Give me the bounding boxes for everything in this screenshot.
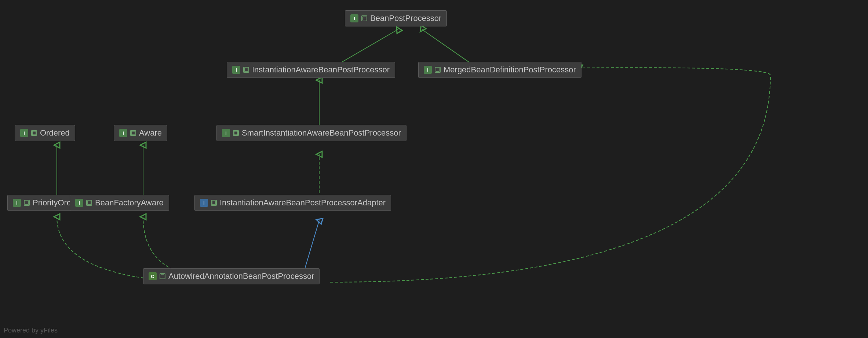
interface-icon: I xyxy=(20,129,28,137)
link-icon xyxy=(24,200,30,206)
node-label: Aware xyxy=(139,128,162,138)
node-bean-factory-aware[interactable]: I BeanFactoryAware xyxy=(70,195,169,211)
node-label: InstantiationAwareBeanPostProcessorAdapt… xyxy=(220,198,386,208)
node-label: BeanPostProcessor xyxy=(370,14,441,23)
node-bean-post-processor[interactable]: I BeanPostProcessor xyxy=(345,10,447,26)
interface-icon: I xyxy=(424,66,432,74)
node-autowired-annotation-bpp[interactable]: C AutowiredAnnotationBeanPostProcessor xyxy=(143,268,320,284)
node-label: InstantiationAwareBeanPostProcessor xyxy=(252,65,390,75)
node-aware[interactable]: I Aware xyxy=(114,125,167,141)
link-icon xyxy=(211,200,217,206)
interface-icon: I xyxy=(350,14,358,22)
interface-icon: I xyxy=(232,66,240,74)
node-label: MergedBeanDefinitionPostProcessor xyxy=(444,65,576,75)
arrows-svg xyxy=(0,0,868,338)
interface-icon: I xyxy=(200,199,208,207)
interface-icon: I xyxy=(119,129,127,137)
node-label: BeanFactoryAware xyxy=(95,198,164,208)
node-merged-bean-def-pp[interactable]: I MergedBeanDefinitionPostProcessor xyxy=(418,62,581,78)
link-icon xyxy=(233,130,239,136)
node-label: SmartInstantiationAwareBeanPostProcessor xyxy=(242,128,401,138)
node-ordered[interactable]: I Ordered xyxy=(15,125,75,141)
interface-icon: I xyxy=(75,199,83,207)
link-icon xyxy=(435,67,441,73)
link-icon xyxy=(361,15,367,21)
link-icon xyxy=(160,273,165,279)
node-label: AutowiredAnnotationBeanPostProcessor xyxy=(168,272,314,281)
link-icon xyxy=(243,67,249,73)
node-instantiation-aware-bpp[interactable]: I InstantiationAwareBeanPostProcessor xyxy=(227,62,395,78)
diagram-container: I BeanPostProcessor I InstantiationAware… xyxy=(0,0,868,338)
node-smart-instantiation-aware-bpp[interactable]: I SmartInstantiationAwareBeanPostProcess… xyxy=(216,125,406,141)
link-icon xyxy=(31,130,37,136)
node-instantiation-aware-bpp-adapter[interactable]: I InstantiationAwareBeanPostProcessorAda… xyxy=(194,195,391,211)
node-label: Ordered xyxy=(40,128,70,138)
watermark: Powered by yFiles xyxy=(4,327,58,334)
link-icon xyxy=(130,130,136,136)
interface-icon: I xyxy=(222,129,230,137)
interface-icon: I xyxy=(13,199,21,207)
class-icon: C xyxy=(149,272,157,280)
link-icon xyxy=(86,200,92,206)
